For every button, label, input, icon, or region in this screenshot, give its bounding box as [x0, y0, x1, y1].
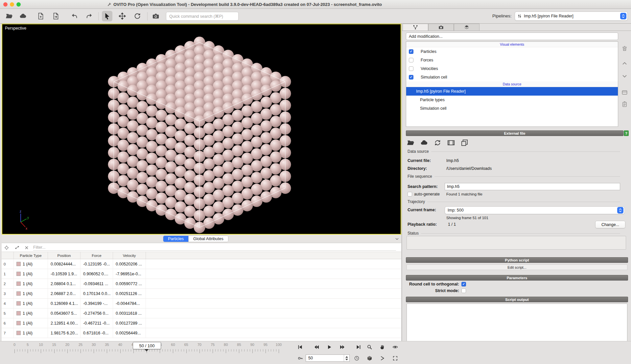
- collapse-inspector-button[interactable]: [395, 237, 399, 241]
- visual-element-row[interactable]: Velocities: [406, 64, 618, 73]
- round-cell-checkbox[interactable]: [461, 282, 466, 286]
- particle-row[interactable]: 21 (Al)2.08804 0.1...-0.0934611 ...0.005…: [2, 279, 401, 289]
- select-mode-button[interactable]: [102, 11, 112, 21]
- strict-mode-label: Strict mode:: [406, 288, 459, 293]
- column-header[interactable]: Velocity: [113, 252, 146, 259]
- current-frame-box[interactable]: 50 / 100: [133, 342, 161, 349]
- data-source-row[interactable]: Imp.h5 [pyiron File Reader]: [406, 87, 618, 96]
- delete-modifier-button[interactable]: [620, 44, 629, 53]
- particle-type-swatch: [16, 291, 21, 296]
- step-back-button[interactable]: [312, 343, 321, 351]
- timeline-marker[interactable]: [145, 349, 149, 352]
- step-forward-button[interactable]: [338, 343, 347, 351]
- tab-rendering[interactable]: [428, 24, 454, 31]
- animation-settings-button[interactable]: [352, 354, 361, 362]
- column-header[interactable]: Position: [48, 252, 81, 259]
- table-cell: 1 (Al): [14, 328, 48, 338]
- pipeline-selector-dropdown[interactable]: Imp.h5 [pyiron File Reader]: [515, 11, 628, 21]
- table-cell: 4: [2, 299, 14, 308]
- data-source-row[interactable]: Particle types: [406, 96, 618, 104]
- viewport-caption[interactable]: Perspective: [5, 26, 26, 31]
- visibility-checkbox[interactable]: [409, 75, 413, 80]
- pan-viewport-button[interactable]: [378, 343, 387, 351]
- axis-y-label: y: [27, 216, 29, 219]
- table-cell: 1 (Al): [14, 279, 48, 288]
- help-button[interactable]: ?: [624, 130, 629, 136]
- maximize-viewport-button[interactable]: [390, 354, 400, 362]
- pick-local-file-button[interactable]: [406, 138, 415, 147]
- change-playback-button[interactable]: Change...: [595, 221, 625, 228]
- table-cell: -0.274756 0...: [81, 308, 113, 318]
- undo-button[interactable]: [69, 11, 80, 21]
- data-source-row[interactable]: Simulation cell: [406, 104, 618, 113]
- new-file-button[interactable]: [35, 11, 46, 21]
- table-cell: 1 (Al): [14, 269, 48, 279]
- visibility-checkbox[interactable]: [409, 49, 413, 54]
- particle-row[interactable]: 51 (Al)0.0543607 5...-0.274756 0...0.003…: [2, 308, 401, 318]
- frame-spinbox[interactable]: 50: [306, 354, 350, 362]
- animation-keys-button[interactable]: [295, 354, 305, 362]
- viewport-perspective[interactable]: Perspective z y x: [2, 24, 401, 235]
- open-remote-file-button[interactable]: [18, 11, 28, 21]
- zoom-viewport-button[interactable]: [365, 343, 374, 351]
- particle-type-swatch: [16, 321, 21, 325]
- visual-element-row[interactable]: Forces: [406, 56, 618, 64]
- tab-particles[interactable]: Particles: [163, 236, 188, 242]
- jump-first-frame-button[interactable]: [295, 343, 305, 351]
- clear-filter-button[interactable]: [23, 244, 31, 252]
- particle-row[interactable]: 61 (Al)2.12851 4.00...-0.467211 -0...0.0…: [2, 318, 401, 328]
- particle-row[interactable]: 01 (Al)0.00824444...-0.123195 -0...0.005…: [2, 259, 401, 269]
- search-pattern-input[interactable]: [445, 183, 620, 190]
- table-cell: 0.00251126 ...: [113, 289, 146, 298]
- strict-mode-checkbox[interactable]: [461, 288, 466, 293]
- tab-global-attributes[interactable]: Global Attributes: [188, 236, 228, 242]
- crosshair-select-button[interactable]: [3, 244, 11, 252]
- move-modifier-down-button[interactable]: [620, 72, 629, 80]
- timeline-tick-label: 10: [39, 343, 43, 347]
- column-header[interactable]: Force: [81, 252, 113, 259]
- particle-row[interactable]: 11 (Al)-0.10539 1.9...0.906052 0....-7.9…: [2, 269, 401, 279]
- visibility-checkbox[interactable]: [409, 58, 413, 62]
- particle-row[interactable]: 31 (Al)2.06887 2.0...0.170134 0.0...0.00…: [2, 289, 401, 299]
- render-viewport-button[interactable]: [365, 354, 374, 362]
- move-modifier-up-button[interactable]: [620, 59, 629, 68]
- redo-button[interactable]: [84, 11, 95, 21]
- visual-element-row[interactable]: Particles: [406, 47, 618, 56]
- tab-overlays[interactable]: [454, 24, 479, 31]
- play-button[interactable]: [325, 343, 334, 351]
- axis-x-label: x: [26, 227, 27, 230]
- add-modification-dropdown[interactable]: Add modification...: [406, 33, 618, 40]
- copy-pipeline-button[interactable]: [620, 100, 629, 108]
- render-movie-button[interactable]: [378, 354, 387, 362]
- table-cell: 0.00127289 ...: [113, 318, 146, 328]
- expand-icon: [392, 355, 398, 361]
- visibility-checkbox[interactable]: [409, 66, 413, 71]
- orbit-camera-button[interactable]: [390, 343, 400, 351]
- pick-remote-file-button[interactable]: [419, 138, 429, 147]
- visual-element-row[interactable]: Simulation cell: [406, 73, 618, 81]
- jump-last-frame-button[interactable]: [354, 343, 363, 351]
- import-file-button[interactable]: [51, 11, 61, 21]
- particle-row[interactable]: 41 (Al)0.126069 4.1...-0.394199 -...-0.0…: [2, 299, 401, 308]
- store-snapshot-button[interactable]: [460, 138, 469, 147]
- bond-pair-button[interactable]: [13, 244, 21, 252]
- minimize-window-button[interactable]: [10, 2, 14, 7]
- spinbox-stepper-icon[interactable]: [344, 355, 349, 361]
- auto-generate-checkbox[interactable]: [408, 192, 412, 196]
- open-file-button[interactable]: [4, 11, 14, 21]
- screenshot-button[interactable]: [151, 11, 161, 21]
- toggle-modifier-button[interactable]: [620, 88, 629, 97]
- rotate-mode-button[interactable]: [132, 11, 143, 21]
- reload-file-button[interactable]: [433, 138, 442, 147]
- update-frames-button[interactable]: [446, 138, 456, 147]
- move-mode-button[interactable]: [117, 11, 128, 21]
- column-header[interactable]: Particle Type: [14, 252, 48, 259]
- tab-pipeline[interactable]: [403, 24, 428, 31]
- command-search-input[interactable]: [166, 12, 239, 21]
- edit-script-button[interactable]: Edit script...: [407, 264, 627, 270]
- close-window-button[interactable]: [3, 2, 8, 7]
- current-frame-dropdown[interactable]: Imp: 500: [445, 206, 625, 214]
- particle-row[interactable]: 71 (Al)1.98175 6.20...0.671816 -0...0.00…: [2, 328, 401, 338]
- zoom-window-button[interactable]: [16, 2, 21, 7]
- filter-input[interactable]: [33, 244, 396, 251]
